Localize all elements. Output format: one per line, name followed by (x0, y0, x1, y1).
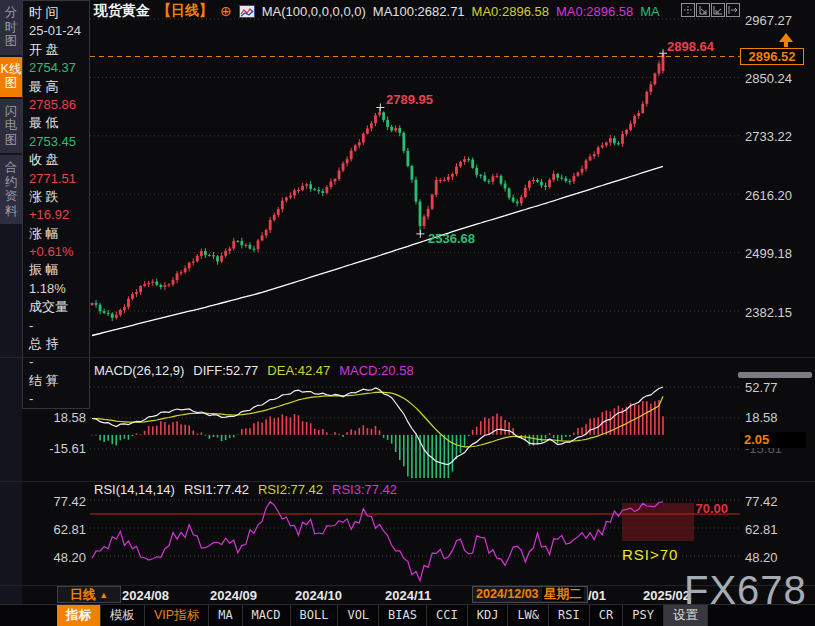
annotation-peak: 2789.95 (386, 92, 433, 107)
toolbar-item-indicators[interactable]: 指标 (57, 605, 101, 626)
current-price-box: 2896.52 (740, 48, 804, 65)
rsi-threshold-label: 70.00 (688, 501, 728, 516)
price-axis-label: 2616.20 (745, 188, 792, 203)
toolbar-item-kdj[interactable]: KDJ (468, 605, 509, 626)
date-label-2024-10: 2024/10 (295, 588, 342, 603)
toolbar-item-macd[interactable]: MACD (243, 605, 291, 626)
price-up-arrow-icon (776, 32, 796, 48)
toolbar-item-vol[interactable]: VOL (338, 605, 379, 626)
crosshair-weekday: 星期二 (542, 587, 584, 601)
rsi-axis-label-left: 77.42 (38, 494, 86, 509)
rsi-panel-title: RSI(14,14,14) RSI1:77.42 RSI2:77.42 RSI3… (94, 482, 397, 497)
trading-terminal-window: 分时图K线图闪电图合约资料 时 间25-01-24开 盘2754.37最 高27… (0, 0, 815, 626)
date-label-2025-02: 2025/02 (643, 588, 690, 603)
crosshair-date-box: 2024/12/03 星期二 (472, 586, 588, 603)
rsi-axis-label-left: 62.81 (38, 522, 86, 537)
rsi-formula: RSI(14,14,14) (94, 482, 175, 497)
date-label-2024-08: 2024/08 (122, 588, 169, 603)
macd-axis-label-left: 18.58 (38, 410, 86, 425)
annotation-session-high: 2898.64 (667, 39, 714, 54)
rsi2-value: RSI2:77.42 (258, 482, 323, 497)
ma100-value: MA100:2682.71 (373, 4, 465, 19)
annotation-trough: 2536.68 (428, 231, 475, 246)
period-selector-label: 日线 (70, 587, 96, 602)
ma0-value-magenta: MA0:2896.58 (556, 4, 633, 19)
crosshair-target-icon[interactable]: ⊕ (220, 3, 232, 19)
macd-formula: MACD(26,12,9) (94, 363, 184, 378)
price-axis-label: 2850.24 (745, 71, 792, 86)
brand-watermark: FX678 (684, 568, 807, 613)
rsi-axis-label: 77.42 (745, 494, 778, 509)
toolbar-item-vip-indicators[interactable]: VIP指标 (145, 605, 209, 626)
rsi-axis-label: 62.81 (745, 522, 778, 537)
detach-window-icon[interactable] (726, 3, 740, 17)
toolbar-item-templates[interactable]: 模板 (101, 605, 145, 626)
rsi-overbought-annotation: RSI>70 (622, 546, 678, 563)
period-label[interactable]: 【日线】 (157, 2, 213, 20)
axis-scale-left-icon[interactable] (696, 3, 710, 17)
chart-window-toolbar (681, 3, 740, 17)
panel-splitter-handle[interactable] (738, 372, 812, 378)
toolbar-item-bias[interactable]: BIAS (379, 605, 427, 626)
axis-scale-right-icon[interactable] (711, 3, 725, 17)
mini-chart-icon[interactable] (239, 5, 255, 18)
macd-axis-label-left: -15.61 (38, 441, 86, 456)
macd-panel-title: MACD(26,12,9) DIFF:52.77 DEA:42.47 MACD:… (94, 363, 414, 378)
pan-icon[interactable] (681, 3, 695, 17)
period-arrow-icon: ▲ (99, 590, 108, 600)
toolbar-item-psy[interactable]: PSY (623, 605, 664, 626)
chart-header: 现货黄金 【日线】 ⊕ MA(100,0,0,0,0,0) MA100:2682… (94, 3, 660, 19)
rsi-axis-label: 48.20 (745, 550, 778, 565)
macd-diff-value: DIFF:52.77 (193, 363, 258, 378)
toolbar-item-cr[interactable]: CR (590, 605, 623, 626)
ma-formula: MA(100,0,0,0,0,0) (262, 4, 366, 19)
date-label-2024-11: 2024/11 (385, 588, 431, 603)
price-axis-label: 2733.22 (745, 129, 792, 144)
toolbar-item-lwr[interactable]: LW& (508, 605, 549, 626)
macd-current-value-box: 2.05 (740, 432, 806, 448)
macd-axis-label: 52.77 (745, 380, 778, 395)
macd-axis-label: 18.58 (745, 410, 778, 425)
price-axis-label: 2382.15 (745, 305, 792, 320)
crosshair-date: 2024/12/03 (476, 587, 539, 601)
macd-dea-value: DEA:42.47 (267, 363, 330, 378)
rsi-axis-label-left: 48.20 (38, 550, 86, 565)
ma0-value-yellow: MA0:2896.58 (472, 4, 549, 19)
toolbar-item-ma[interactable]: MA (209, 605, 242, 626)
toolbar-item-cci[interactable]: CCI (427, 605, 468, 626)
symbol-name: 现货黄金 (94, 2, 150, 20)
ma-suffix: MA (640, 4, 660, 19)
rsi3-value: RSI3:77.42 (332, 482, 397, 497)
toolbar-item-rsi[interactable]: RSI (549, 605, 590, 626)
toolbar-item-boll[interactable]: BOLL (291, 605, 339, 626)
date-label-2024-09: 2024/09 (210, 588, 257, 603)
macd-macd-value: MACD:20.58 (339, 363, 413, 378)
rsi1-value: RSI1:77.42 (184, 482, 249, 497)
price-axis-label: 2967.27 (745, 13, 792, 28)
period-selector[interactable]: 日线 ▲ (57, 586, 121, 603)
price-axis-label: 2499.18 (745, 246, 792, 261)
